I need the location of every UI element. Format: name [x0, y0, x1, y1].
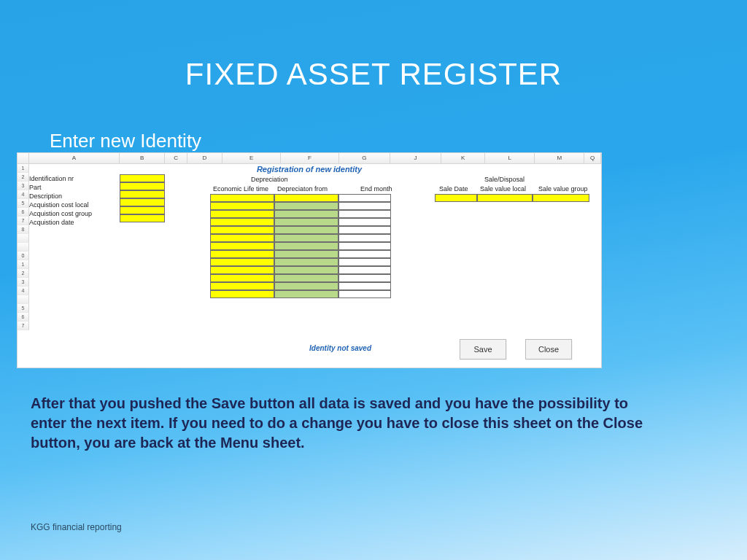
- slide-footer: KGG financial reporting: [31, 522, 122, 532]
- subhead-sale-value-group: Sale value group: [538, 185, 588, 192]
- econ-life-cell[interactable]: [210, 290, 274, 298]
- depr-from-cell[interactable]: [274, 250, 338, 258]
- subhead-sale-value-local: Sale value local: [480, 185, 526, 192]
- slide-subtitle: Enter new Identity: [50, 130, 201, 152]
- input-acq-cost-group[interactable]: [120, 206, 165, 214]
- status-message: Identity not saved: [309, 344, 371, 352]
- end-month-cell[interactable]: [338, 202, 391, 210]
- end-month-cell[interactable]: [338, 226, 391, 234]
- presentation-slide: FIXED ASSET REGISTER Enter new Identity …: [0, 0, 747, 560]
- col-B: B: [120, 153, 165, 163]
- subhead-sale-date: Sale Date: [439, 185, 468, 192]
- depr-from-cell[interactable]: [274, 258, 338, 266]
- econ-life-cell[interactable]: [210, 202, 274, 210]
- end-month-cell[interactable]: [338, 234, 391, 242]
- end-month-cell[interactable]: [338, 194, 391, 202]
- depr-from-cell[interactable]: [274, 218, 338, 226]
- corner-cell: [18, 153, 29, 163]
- econ-life-cell[interactable]: [210, 234, 274, 242]
- close-button[interactable]: Close: [525, 339, 572, 359]
- econ-life-cell[interactable]: [210, 210, 274, 218]
- slide-body-text: After that you pushed the Save button al…: [31, 394, 658, 453]
- col-Q: Q: [584, 153, 601, 163]
- econ-life-cell[interactable]: [210, 226, 274, 234]
- spreadsheet-screenshot: A B C D E F G J K L M Q 1 2 3 4 5 6 7 8: [18, 153, 601, 368]
- econ-life-cell[interactable]: [210, 194, 274, 202]
- depr-from-cell[interactable]: [274, 194, 338, 202]
- end-month-cell[interactable]: [338, 258, 391, 266]
- section-sale-title: Sale/Disposal: [484, 176, 525, 183]
- depr-from-cell[interactable]: [274, 202, 338, 210]
- depr-from-cell[interactable]: [274, 210, 338, 218]
- econ-life-cell[interactable]: [210, 274, 274, 282]
- sale-grid: [435, 194, 589, 202]
- end-month-cell[interactable]: [338, 266, 391, 274]
- depr-from-cell[interactable]: [274, 242, 338, 250]
- depr-from-cell[interactable]: [274, 234, 338, 242]
- end-month-cell[interactable]: [338, 210, 391, 218]
- end-month-cell[interactable]: [338, 282, 391, 290]
- end-month-cell[interactable]: [338, 250, 391, 258]
- column-headers: A B C D E F G J K L M Q: [18, 153, 601, 164]
- slide-title: FIXED ASSET REGISTER: [0, 57, 747, 92]
- input-identification-nr[interactable]: [120, 174, 165, 182]
- save-button[interactable]: Save: [460, 339, 506, 359]
- section-depreciation-title: Depreciation: [251, 176, 288, 183]
- sale-value-local-cell[interactable]: [477, 194, 533, 202]
- sheet-body: 1 2 3 4 5 6 7 8 0 1 2 3 4 5 6 7 Registr: [18, 164, 601, 368]
- label-acq-cost-local: Acquistion cost local: [29, 201, 92, 209]
- label-identification-nr: Identification nr: [29, 174, 92, 183]
- depr-from-cell[interactable]: [274, 226, 338, 234]
- col-J: J: [390, 153, 441, 163]
- label-part: Part: [29, 183, 92, 192]
- label-acq-cost-group: Acquistion cost group: [29, 209, 92, 218]
- identity-field-labels: Identification nr Part Description Acqui…: [29, 174, 92, 227]
- input-description[interactable]: [120, 190, 165, 198]
- econ-life-cell[interactable]: [210, 266, 274, 274]
- col-F: F: [281, 153, 339, 163]
- subhead-economic-life-time: Economic Life time: [213, 185, 268, 192]
- econ-life-cell[interactable]: [210, 218, 274, 226]
- input-acq-cost-local[interactable]: [120, 198, 165, 206]
- end-month-cell[interactable]: [338, 218, 391, 226]
- input-acq-date[interactable]: [120, 214, 165, 222]
- econ-life-cell[interactable]: [210, 242, 274, 250]
- econ-life-cell[interactable]: [210, 250, 274, 258]
- sale-value-group-cell[interactable]: [533, 194, 589, 202]
- col-K: K: [441, 153, 485, 163]
- label-acq-date: Acquistion date: [29, 218, 92, 227]
- col-A: A: [29, 153, 120, 163]
- col-C: C: [165, 153, 187, 163]
- sheet-title: Registration of new identity: [18, 165, 601, 174]
- end-month-cell[interactable]: [338, 242, 391, 250]
- end-month-cell[interactable]: [338, 274, 391, 282]
- row-number-gutter: 1 2 3 4 5 6 7 8 0 1 2 3 4 5 6 7: [18, 164, 29, 330]
- col-D: D: [187, 153, 222, 163]
- depr-from-cell[interactable]: [274, 290, 338, 298]
- subhead-depreciation-from: Depreciaton from: [277, 185, 328, 192]
- col-E: E: [222, 153, 281, 163]
- econ-life-cell[interactable]: [210, 282, 274, 290]
- sale-date-cell[interactable]: [435, 194, 477, 202]
- col-G: G: [339, 153, 390, 163]
- col-L: L: [485, 153, 535, 163]
- identity-input-cells: [120, 174, 165, 222]
- subhead-end-month: End month: [360, 185, 392, 192]
- depr-from-cell[interactable]: [274, 274, 338, 282]
- depr-from-cell[interactable]: [274, 282, 338, 290]
- econ-life-cell[interactable]: [210, 258, 274, 266]
- label-description: Description: [29, 192, 92, 201]
- col-M: M: [535, 153, 584, 163]
- depr-from-cell[interactable]: [274, 266, 338, 274]
- depreciation-grid: [210, 194, 391, 298]
- input-part[interactable]: [120, 182, 165, 190]
- end-month-cell[interactable]: [338, 290, 391, 298]
